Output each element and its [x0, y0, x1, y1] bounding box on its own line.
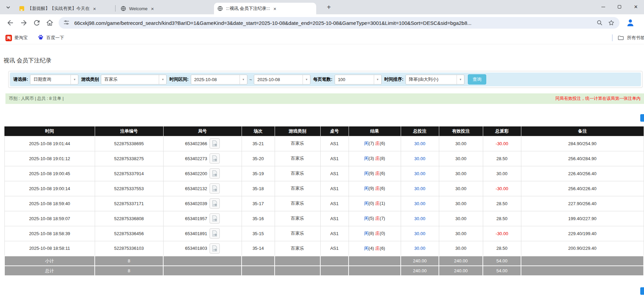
floating-button-fragment-top[interactable]: [640, 114, 644, 122]
all-bookmarks-button[interactable]: 所有书签: [617, 31, 644, 44]
cell-session: 35-18: [242, 181, 275, 196]
replay-video-button[interactable]: [210, 168, 220, 179]
browser-toolbar: 66cxkj98.com/game/betrecord_search/kind3…: [0, 14, 644, 31]
browser-tab-welcome[interactable]: Welcome ×: [117, 3, 212, 14]
cell-table-id: AS1: [320, 196, 349, 211]
cell-game-type: 百家乐: [275, 181, 320, 196]
bookmark-label: 百度一下: [46, 35, 64, 41]
cell-total-bet[interactable]: 30.00: [401, 166, 439, 181]
all-bookmarks-label: 所有书签: [627, 35, 644, 41]
floating-button-fragment-bottom[interactable]: [640, 287, 644, 295]
cell-payout: 28.50: [483, 211, 521, 226]
chevron-down-icon: ▼: [159, 75, 166, 84]
cell-total-bet[interactable]: 30.00: [401, 181, 439, 196]
query-type-select[interactable]: 日期查询 ▼: [30, 75, 78, 85]
cell-valid-bet: 30.00: [439, 136, 483, 151]
table-row: 2025-10-08 18:59:07 522875336808 6534019…: [4, 211, 644, 226]
cell-session: 35-14: [242, 241, 275, 256]
replay-video-button[interactable]: [210, 153, 220, 164]
tab-close-icon[interactable]: ×: [93, 6, 96, 11]
maximize-button[interactable]: [611, 0, 628, 14]
reload-button[interactable]: [33, 19, 41, 27]
profile-avatar-icon[interactable]: [626, 18, 635, 28]
bookmark-taobao[interactable]: 淘 爱淘宝: [5, 31, 28, 44]
cell-round-id: 653401957: [163, 211, 242, 226]
cell-table-id: AS1: [320, 226, 349, 241]
bookmark-star-icon[interactable]: [608, 19, 615, 26]
window-controls: ×: [595, 0, 644, 14]
cell-total-bet[interactable]: 30.00: [401, 211, 439, 226]
cell-valid-bet: 30.00: [439, 181, 483, 196]
cell-bet-id: 522875337914: [95, 166, 163, 181]
chevron-down-icon: ▼: [303, 75, 310, 84]
home-button[interactable]: [46, 19, 54, 27]
cell-game-type: 百家乐: [275, 151, 320, 166]
bookmark-label: 爱淘宝: [14, 35, 28, 41]
cell-table-id: AS1: [320, 151, 349, 166]
cell-time: 2025-10-08 18:58:11: [4, 241, 95, 256]
cell-total-bet[interactable]: 30.00: [401, 226, 439, 241]
video-replay-icon: [211, 140, 218, 147]
replay-video-button[interactable]: [210, 198, 220, 209]
cell-remark: 229.40/199.40: [521, 226, 644, 241]
url-bar[interactable]: 66cxkj98.com/game/betrecord_search/kind3…: [59, 17, 619, 29]
summary-valid-bet: 240.00: [439, 266, 483, 276]
replay-video-button[interactable]: [210, 183, 220, 194]
replay-video-button[interactable]: [210, 213, 220, 224]
replay-video-button[interactable]: [210, 243, 220, 254]
sort-order-select[interactable]: 降幂(由大到小) ▼: [405, 75, 464, 85]
replay-video-button[interactable]: [210, 138, 220, 149]
site-settings-tune-icon[interactable]: [63, 19, 70, 26]
cell-session: 35-19: [242, 166, 275, 181]
close-icon: ×: [634, 4, 638, 10]
cell-remark: 226.40/256.40: [521, 166, 644, 181]
minimize-button[interactable]: [595, 0, 611, 14]
globe-favicon: [121, 6, 126, 11]
zoom-magnifier-icon[interactable]: [596, 19, 603, 26]
cell-valid-bet: 30.00: [439, 151, 483, 166]
game-type-select[interactable]: 百家乐 ▼: [101, 75, 167, 85]
column-header: 注单编号: [95, 126, 163, 136]
table-header-row: 时间注单编号局号场次游戏类别桌号结果总投注有效投注总派彩备注: [4, 126, 644, 136]
tab-close-icon[interactable]: ×: [151, 6, 154, 11]
table-row: 2025-10-08 18:58:39 522875336456 6534018…: [4, 226, 644, 241]
cell-game-type: 百家乐: [275, 166, 320, 181]
cell-bet-id: 522875336808: [95, 211, 163, 226]
bookmark-baidu[interactable]: 百度一下: [37, 31, 64, 44]
cell-payout: -30.00: [483, 136, 521, 151]
cell-payout: 28.50: [483, 151, 521, 166]
tab-close-icon[interactable]: ×: [273, 6, 276, 11]
forward-button[interactable]: [20, 19, 28, 27]
search-button[interactable]: 查询: [468, 74, 486, 85]
browser-tab-strip: 【新提醒】【实战有奖】今天在 × Welcome × :::视讯 会员下注纪录:…: [0, 0, 644, 14]
close-button[interactable]: ×: [628, 0, 644, 14]
cell-time: 2025-10-08 19:01:12: [4, 151, 95, 166]
cell-remark: 256.40/284.90: [521, 151, 644, 166]
replay-video-button[interactable]: [210, 228, 220, 239]
back-button[interactable]: [6, 19, 14, 27]
date-end-select[interactable]: 2025-10-08 ▼: [254, 75, 310, 85]
chevron-down-icon: ▼: [457, 75, 464, 84]
cell-total-bet[interactable]: 30.00: [401, 136, 439, 151]
page-size-select[interactable]: 100 ▼: [335, 75, 382, 85]
cell-round-id: 653402200: [163, 166, 242, 181]
browser-tab-forum[interactable]: 【新提醒】【实战有奖】今天在 ×: [16, 3, 113, 14]
cell-total-bet[interactable]: 30.00: [401, 151, 439, 166]
cell-total-bet[interactable]: 30.00: [401, 196, 439, 211]
date-start-select[interactable]: 2025-10-08 ▼: [191, 75, 247, 85]
cell-time: 2025-10-08 18:59:07: [4, 211, 95, 226]
chevron-down-icon: ▼: [240, 75, 247, 84]
cell-round-id: 653401803: [163, 241, 242, 256]
browser-tab-betrecord-active[interactable]: :::视讯 会员下注纪录::: ×: [214, 3, 316, 14]
cell-result: 闲(9) 庄(6): [349, 166, 401, 181]
cell-bet-id: 522875336456: [95, 226, 163, 241]
cell-total-bet[interactable]: 30.00: [401, 241, 439, 256]
url-text[interactable]: 66cxkj98.com/game/betrecord_search/kind3…: [74, 20, 592, 26]
new-tab-button[interactable]: +: [324, 3, 333, 12]
column-header: 备注: [521, 126, 644, 136]
cell-round-id: 653401891: [163, 226, 242, 241]
cell-bet-id: 522875337171: [95, 196, 163, 211]
tab-search-chevron-icon[interactable]: [4, 3, 12, 12]
select-type-label: 请选择:: [13, 76, 28, 82]
cell-remark: 199.40/227.90: [521, 211, 644, 226]
